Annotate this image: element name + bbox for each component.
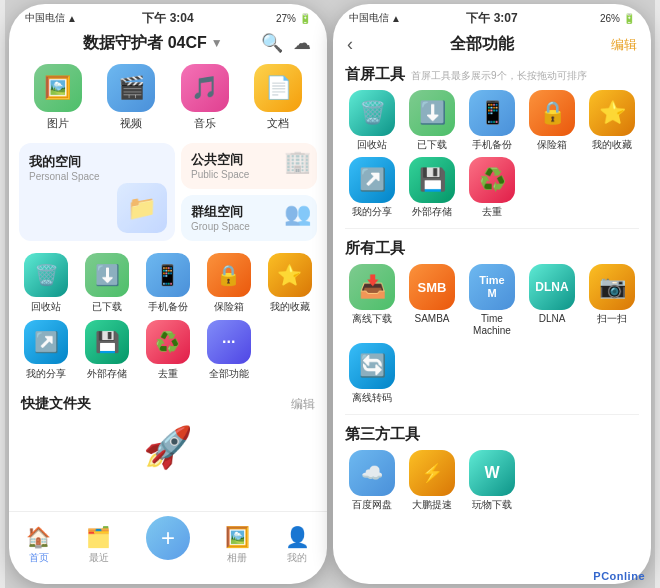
video-icon: 🎬 [107,64,155,112]
hs-recycle-icon: 🗑️ [349,90,395,136]
hs-recycle[interactable]: 🗑️ 回收站 [345,90,399,151]
tool-recycle[interactable]: 🗑️ 回收站 [19,253,74,314]
my-label: 我的 [287,551,307,565]
wanwu-icon: W [469,450,515,496]
carrier-left: 中国电信 [25,11,65,25]
hs-downloaded-icon: ⬇️ [409,90,455,136]
offline-dl-label: 离线下载 [352,313,392,325]
album-icon: 🖼️ [225,525,250,549]
samba-label: SAMBA [414,313,449,325]
group-space-icon: 👥 [284,201,311,227]
tool-share[interactable]: ↗️ 我的分享 [19,320,74,381]
left-phone: 中国电信 ▲ 下午 3:04 27% 🔋 数据守护者 04CF ▼ 🔍 ☁ [9,4,327,584]
music-item[interactable]: 🎵 音乐 [181,64,229,131]
homescreen-tools-hint: 首屏工具最多展示9个，长按拖动可排序 [411,69,587,83]
hs-share[interactable]: ↗️ 我的分享 [345,157,399,218]
status-bar-right: 中国电信 ▲ 下午 3:07 26% 🔋 [333,4,651,28]
pconline-watermark: PConline [593,570,645,582]
tool-dedup[interactable]: ♻️ 去重 [141,320,196,381]
my-space-card[interactable]: 我的空间 Personal Space 📁 [19,143,175,241]
scan-label: 扫一扫 [597,313,627,325]
scan-icon: 📷 [589,264,635,310]
back-button[interactable]: ‹ [347,34,353,55]
tool-all[interactable]: ··· 全部功能 [201,320,256,381]
title-dropdown-icon[interactable]: ▼ [211,36,223,50]
storage-icon: 💾 [85,320,129,364]
right-content: 首屏工具 首屏工具最多展示9个，长按拖动可排序 🗑️ 回收站 ⬇️ 已下载 📱 … [333,59,651,584]
search-icon[interactable]: 🔍 [261,32,283,54]
safe-label: 保险箱 [214,300,244,314]
time-machine-label: Time Machine [473,313,511,337]
third-party-grid: ☁️ 百度网盘 ⚡ 大鹏提速 W 玩物下载 [345,450,639,511]
offline-dl-icon: 📥 [349,264,395,310]
baidu-icon: ☁️ [349,450,395,496]
time-left: 下午 3:04 [142,10,193,27]
hs-storage[interactable]: 💾 外部存储 [405,157,459,218]
third-party-section: 第三方工具 ☁️ 百度网盘 ⚡ 大鹏提速 W 玩物下载 [333,419,651,517]
homescreen-tools-title: 首屏工具 [345,65,405,84]
offline-transcode-label: 离线转码 [352,392,392,404]
add-button[interactable]: + [146,516,190,560]
wifi-icon-right: ▲ [391,13,401,24]
hs-downloaded[interactable]: ⬇️ 已下载 [405,90,459,151]
tool-offline-dl[interactable]: 📥 离线下载 [345,264,399,337]
photos-item[interactable]: 🖼️ 图片 [34,64,82,131]
hs-backup[interactable]: 📱 手机备份 [465,90,519,151]
folder-rocket-icon: 🚀 [143,424,193,471]
my-space-sub: Personal Space [29,171,165,182]
backup-label: 手机备份 [148,300,188,314]
tool-backup[interactable]: 📱 手机备份 [141,253,196,314]
header-left: 数据守护者 04CF ▼ 🔍 ☁ [9,28,327,60]
dapeng-label: 大鹏提速 [412,499,452,511]
hs-safe[interactable]: 🔒 保险箱 [525,90,579,151]
offline-transcode-icon: 🔄 [349,343,395,389]
tool-wanwu[interactable]: W 玩物下载 [465,450,519,511]
hs-favorites-icon: ⭐ [589,90,635,136]
tool-favorites[interactable]: ⭐ 我的收藏 [262,253,317,314]
tool-samba[interactable]: SMB SAMBA [405,264,459,337]
hs-favorites[interactable]: ⭐ 我的收藏 [585,90,639,151]
home-label: 首页 [29,551,49,565]
tool-baidu[interactable]: ☁️ 百度网盘 [345,450,399,511]
quick-folder-edit[interactable]: 编辑 [291,396,315,413]
wifi-icon-left: ▲ [67,13,77,24]
video-item[interactable]: 🎬 视频 [107,64,155,131]
docs-item[interactable]: 📄 文档 [254,64,302,131]
nav-home[interactable]: 🏠 首页 [26,525,51,565]
right-header: ‹ 全部功能 编辑 [333,28,651,59]
nav-my[interactable]: 👤 我的 [285,525,310,565]
hs-dedup-label: 去重 [482,206,502,218]
tool-dapeng[interactable]: ⚡ 大鹏提速 [405,450,459,511]
photos-label: 图片 [47,116,69,131]
status-bar-left: 中国电信 ▲ 下午 3:04 27% 🔋 [9,4,327,28]
nav-add[interactable]: + [146,516,190,574]
edit-button[interactable]: 编辑 [611,36,637,54]
tool-downloaded[interactable]: ⬇️ 已下载 [80,253,135,314]
add-icon: + [161,524,175,552]
quick-folder-section: 快捷文件夹 编辑 🚀 [9,389,327,481]
hs-storage-icon: 💾 [409,157,455,203]
nav-album[interactable]: 🖼️ 相册 [225,525,250,565]
tool-scan[interactable]: 📷 扫一扫 [585,264,639,337]
tool-dlna[interactable]: DLNA DLNA [525,264,579,337]
favorites-icon: ⭐ [268,253,312,297]
quick-folder-header: 快捷文件夹 编辑 [21,395,315,413]
favorites-label: 我的收藏 [270,300,310,314]
status-right-right: 26% 🔋 [600,13,635,24]
tool-storage[interactable]: 💾 外部存储 [80,320,135,381]
hs-downloaded-label: 已下载 [417,139,447,151]
cloud-icon[interactable]: ☁ [293,32,311,54]
carrier-right: 中国电信 [349,11,389,25]
hs-dedup[interactable]: ♻️ 去重 [465,157,519,218]
dedup-icon: ♻️ [146,320,190,364]
group-space-card[interactable]: 群组空间 Group Space 👥 [181,195,317,241]
samba-icon: SMB [409,264,455,310]
tool-safe[interactable]: 🔒 保险箱 [201,253,256,314]
third-party-title: 第三方工具 [345,425,420,444]
nav-recent[interactable]: 🗂️ 最近 [86,525,111,565]
tool-time-machine[interactable]: TimeM Time Machine [465,264,519,337]
hs-share-label: 我的分享 [352,206,392,218]
public-space-card[interactable]: 公共空间 Public Space 🏢 [181,143,317,189]
hs-dedup-icon: ♻️ [469,157,515,203]
tool-offline-transcode[interactable]: 🔄 离线转码 [345,343,399,404]
